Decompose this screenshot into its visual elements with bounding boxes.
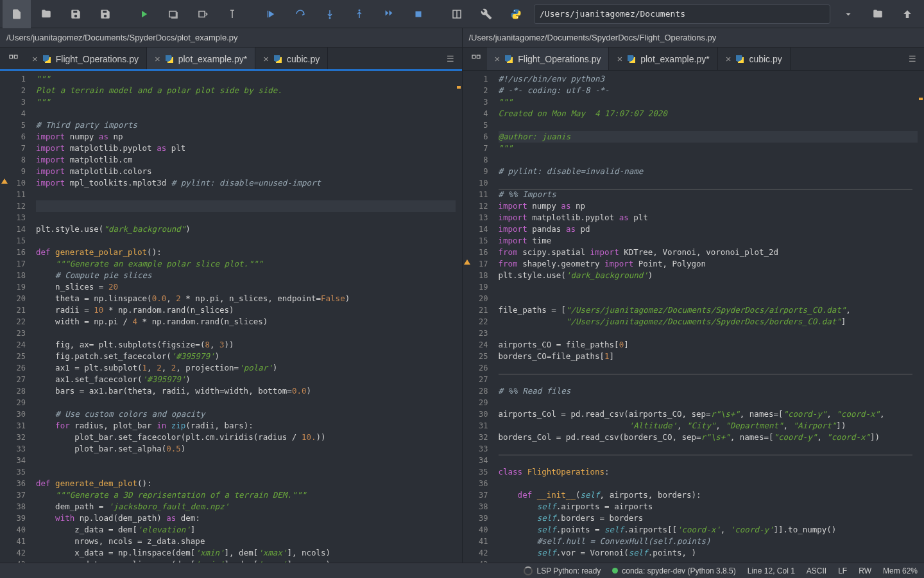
tab-bar-right: ×Flight_Operations.py×plot_example.py*×c…: [463, 48, 925, 71]
memory-status: Mem 62%: [883, 566, 918, 575]
conda-env-status[interactable]: conda: spyder-dev (Python 3.8.5): [612, 566, 735, 575]
status-bar: LSP Python: ready conda: spyder-dev (Pyt…: [0, 563, 924, 578]
python-file-icon: [166, 55, 173, 63]
python-file-icon: [628, 55, 635, 63]
run-cell-advance-button[interactable]: [189, 0, 217, 28]
run-cell-button[interactable]: [159, 0, 187, 28]
close-tab-icon[interactable]: ×: [617, 53, 622, 64]
python-file-icon: [274, 55, 282, 63]
tab-label: Flight_Operations.py: [56, 54, 139, 64]
tab-label: plot_example.py*: [640, 54, 709, 64]
editor-split: /Users/juanitagomez/Documents/SpyderDocs…: [0, 28, 924, 563]
readwrite-status: RW: [859, 566, 871, 575]
close-tab-icon[interactable]: ×: [32, 53, 38, 64]
tab-label: Flight_Operations.py: [518, 54, 601, 64]
directory-dropdown-button[interactable]: [834, 0, 862, 28]
tab-right-2[interactable]: ×cubic.py: [718, 48, 791, 70]
tab-label: plot_example.py*: [178, 54, 247, 64]
svg-rect-10: [14, 55, 17, 58]
svg-rect-1: [199, 11, 205, 17]
env-active-icon: [612, 568, 618, 574]
python-file-icon: [43, 55, 51, 63]
maximize-pane-button[interactable]: [443, 0, 471, 28]
save-all-button[interactable]: [91, 0, 119, 28]
cursor-position-status[interactable]: Line 12, Col 1: [748, 566, 795, 575]
file-path-left: /Users/juanitagomez/Documents/SpyderDocs…: [0, 28, 462, 48]
run-selection-button[interactable]: [218, 0, 246, 28]
line-gutter-left: 1234567891011121314151617181920212223242…: [0, 71, 31, 563]
close-tab-icon[interactable]: ×: [726, 53, 732, 64]
python-file-icon: [505, 55, 513, 63]
tab-left-1[interactable]: ×plot_example.py*: [147, 48, 255, 70]
scroll-indicator-left: [456, 71, 462, 563]
encoding-status[interactable]: ASCII: [807, 566, 826, 575]
stop-debug-button[interactable]: [404, 0, 432, 28]
tab-browser-button-left[interactable]: [3, 48, 24, 70]
svg-rect-9: [10, 55, 13, 58]
step-over-button[interactable]: [286, 0, 314, 28]
python-path-button[interactable]: [502, 0, 530, 28]
tab-right-1[interactable]: ×plot_example.py*: [609, 48, 717, 70]
editor-pane-right: /Users/juanitagomez/Documents/SpyderDocs…: [463, 28, 925, 563]
svg-point-3: [329, 17, 330, 19]
working-directory-input[interactable]: [534, 4, 830, 24]
svg-point-4: [359, 10, 360, 11]
run-button[interactable]: [130, 0, 158, 28]
svg-rect-5: [416, 11, 422, 17]
code-editor-left[interactable]: 1234567891011121314151617181920212223242…: [0, 69, 462, 563]
save-button[interactable]: [62, 0, 90, 28]
line-gutter-right: 1234567891011121314151617181920212223242…: [463, 71, 493, 563]
continue-button[interactable]: [375, 0, 403, 28]
code-area-left[interactable]: """Plot a terrain model and a polar plot…: [31, 71, 456, 563]
tab-label: cubic.py: [749, 54, 782, 64]
svg-rect-11: [472, 55, 475, 58]
parent-directory-button[interactable]: [893, 0, 921, 28]
tab-bar-left: ×Flight_Operations.py×plot_example.py*×c…: [0, 48, 462, 71]
code-area-right[interactable]: #!/usr/bin/env python3# -*- coding: utf-…: [493, 71, 918, 563]
new-file-button[interactable]: [3, 0, 31, 28]
toolbar: [0, 0, 924, 28]
svg-point-7: [514, 10, 515, 12]
lsp-status[interactable]: LSP Python: ready: [524, 566, 601, 575]
svg-rect-12: [477, 55, 480, 58]
close-tab-icon[interactable]: ×: [495, 53, 501, 64]
browse-directory-button[interactable]: [864, 0, 892, 28]
close-tab-icon[interactable]: ×: [155, 53, 160, 64]
tab-options-button-right[interactable]: ☰: [905, 48, 920, 70]
tab-browser-button-right[interactable]: [465, 48, 487, 70]
tab-right-0[interactable]: ×Flight_Operations.py: [487, 48, 610, 70]
spinner-icon: [524, 566, 533, 575]
open-file-button[interactable]: [32, 0, 60, 28]
tab-left-2[interactable]: ×cubic.py: [255, 48, 328, 70]
tab-options-button-left[interactable]: ☰: [443, 48, 458, 70]
close-tab-icon[interactable]: ×: [263, 53, 269, 64]
preferences-button[interactable]: [472, 0, 501, 28]
svg-rect-2: [268, 10, 269, 17]
editor-pane-left: /Users/juanitagomez/Documents/SpyderDocs…: [0, 28, 463, 563]
python-file-icon: [736, 55, 744, 63]
step-out-button[interactable]: [345, 0, 373, 28]
svg-rect-0: [169, 11, 176, 17]
tab-left-0[interactable]: ×Flight_Operations.py: [24, 48, 147, 70]
code-editor-right[interactable]: 1234567891011121314151617181920212223242…: [463, 71, 925, 563]
step-into-button[interactable]: [316, 0, 344, 28]
svg-point-8: [517, 17, 518, 18]
tab-label: cubic.py: [287, 54, 320, 64]
file-path-right: /Users/juanitagomez/Documents/SpyderDocs…: [463, 28, 925, 48]
eol-status[interactable]: LF: [838, 566, 847, 575]
scroll-indicator-right: [918, 71, 924, 563]
debug-button[interactable]: [257, 0, 285, 28]
